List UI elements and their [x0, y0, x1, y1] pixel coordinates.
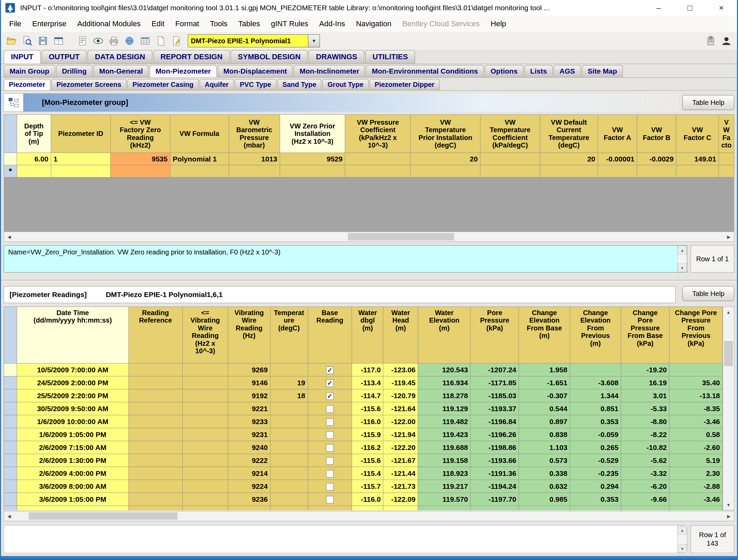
row-selector[interactable] [4, 467, 17, 480]
cell[interactable]: -3.608 [570, 376, 621, 389]
cell[interactable] [182, 454, 228, 467]
cell[interactable] [182, 441, 228, 454]
cell[interactable] [110, 165, 170, 177]
cell[interactable]: 1.958 [519, 363, 570, 376]
cell[interactable]: 30/5/2009 9:50:00 AM [17, 402, 128, 415]
scroll-up-icon[interactable]: ▲ [723, 307, 734, 317]
cell[interactable] [719, 153, 734, 165]
open-folder-icon[interactable] [4, 34, 19, 48]
cell[interactable]: 9535 [110, 153, 170, 165]
cell[interactable]: 0.838 [519, 428, 570, 441]
cell[interactable]: -120.79 [383, 389, 418, 402]
tab-piezometer-screens[interactable]: Piezometer Screens [51, 79, 126, 90]
cell[interactable] [345, 165, 411, 177]
cell[interactable]: -0.059 [570, 428, 621, 441]
cell[interactable] [182, 506, 228, 511]
cell[interactable]: -8.80 [621, 415, 670, 428]
cell[interactable]: 120.543 [418, 363, 471, 376]
scroll-thumb[interactable] [724, 341, 733, 366]
cell[interactable] [128, 363, 182, 376]
scroll-right-icon[interactable]: ▶ [724, 511, 734, 521]
cell[interactable]: 3.01 [621, 389, 670, 402]
menu-additional-modules[interactable]: Additional Modules [72, 19, 146, 28]
cell[interactable]: 0.353 [570, 415, 621, 428]
cell[interactable] [270, 415, 308, 428]
row-selector[interactable] [4, 480, 17, 493]
search-file-icon[interactable] [20, 34, 34, 48]
cell[interactable] [308, 454, 352, 467]
cell[interactable] [270, 363, 308, 376]
cell[interactable]: 0.58 [670, 428, 723, 441]
scroll-track[interactable] [14, 232, 724, 242]
cell[interactable] [128, 454, 182, 467]
column-header-water-head-m[interactable]: Water Head (m) [383, 307, 418, 363]
row-selector[interactable] [4, 506, 17, 511]
tab-mon-inclinometer[interactable]: Mon-Inclinometer [294, 65, 365, 77]
cell[interactable]: -0.307 [519, 389, 570, 402]
cell[interactable]: -119.45 [383, 376, 418, 389]
cell[interactable]: 9214 [228, 467, 270, 480]
window-grid-icon[interactable] [51, 34, 66, 48]
cell[interactable] [17, 506, 128, 511]
column-header-depth-of-tip-m[interactable]: Depth of Tip (m) [17, 115, 51, 153]
cell[interactable] [182, 402, 228, 415]
cell[interactable]: -122.20 [383, 441, 418, 454]
cell[interactable]: 0.985 [519, 493, 570, 506]
cell[interactable] [719, 165, 734, 177]
preview-eye-icon[interactable] [91, 34, 105, 48]
column-header-vw-temperature-prior-installation-degc[interactable]: VW Temperature Prior Installation (degC) [411, 115, 480, 153]
cell[interactable]: -121.64 [383, 402, 418, 415]
column-header-vw-temperature-coefficient-kpa-degc[interactable]: VW Temperature Coefficient (kPa/degC) [480, 115, 540, 153]
column-header-change-elevation-from-base-m[interactable]: Change Elevation From Base (m) [519, 307, 570, 363]
cell[interactable]: -1197.70 [471, 493, 519, 506]
column-header-vw-factor-c[interactable]: VW Factor C [676, 115, 719, 153]
base-reading-checkbox[interactable] [326, 379, 334, 387]
column-header-temperat-ure-degc[interactable]: Temperat ure (degC) [270, 307, 308, 363]
row-selector[interactable] [4, 415, 17, 428]
column-header-vw-factor-b[interactable]: VW Factor B [637, 115, 676, 153]
cell[interactable]: 119.158 [418, 454, 471, 467]
column-header-vw-zero-prior-installation-hz2-x-10-3[interactable]: VW Zero Prior Installation (Hz2 x 10^-3) [280, 115, 345, 153]
menu-tools[interactable]: Tools [204, 19, 233, 28]
base-reading-checkbox[interactable] [326, 483, 334, 491]
cell[interactable] [270, 454, 308, 467]
scroll-down-icon[interactable]: ▼ [678, 263, 687, 272]
cell[interactable] [270, 493, 308, 506]
scroll-left-icon[interactable]: ◀ [4, 511, 14, 521]
new-file-icon[interactable] [154, 34, 168, 48]
cell[interactable] [128, 441, 182, 454]
bottom-scrollbar[interactable]: ▲ ▼ [677, 526, 687, 553]
cell[interactable]: -115.9 [352, 428, 383, 441]
cell[interactable]: 0.265 [570, 441, 621, 454]
scroll-thumb[interactable] [348, 233, 454, 240]
cell[interactable]: 18 [270, 389, 308, 402]
cell[interactable] [308, 467, 352, 480]
column-header-vw-default-current-temperature-degc[interactable]: VW Default Current Temperature (degC) [540, 115, 598, 153]
cell[interactable]: 2/6/2009 4:00:00 PM [17, 467, 128, 480]
cell[interactable]: -10.82 [621, 441, 670, 454]
cell[interactable]: -115.6 [352, 402, 383, 415]
cell[interactable]: 9222 [228, 454, 270, 467]
column-header-vw-factory-zero-reading-khz2[interactable]: <= VW Factory Zero Reading (kHz2) [110, 115, 170, 153]
row-selector[interactable] [4, 376, 17, 389]
cell[interactable] [471, 506, 519, 511]
cell[interactable]: -13.18 [670, 389, 723, 402]
tab-site-map[interactable]: Site Map [582, 65, 623, 77]
cell[interactable]: 9236 [228, 493, 270, 506]
cell[interactable]: -8.22 [621, 428, 670, 441]
maximize-button[interactable]: □ [674, 0, 706, 16]
cell[interactable]: 35.40 [670, 376, 723, 389]
cell[interactable]: -121.44 [383, 467, 418, 480]
user-icon[interactable] [719, 34, 734, 48]
cell[interactable]: -117.0 [352, 363, 383, 376]
cell[interactable] [270, 467, 308, 480]
tab-mon-environmental-conditions[interactable]: Mon-Environmental Conditions [366, 65, 483, 77]
cell[interactable] [670, 506, 723, 511]
column-header-change-pore-pressure-from-previous-kpa[interactable]: Change Pore Pressure From Previous (kPa) [670, 307, 723, 363]
scroll-down-icon[interactable]: ▼ [723, 500, 734, 510]
cell[interactable] [182, 363, 228, 376]
cell[interactable]: 0.632 [519, 480, 570, 493]
cell[interactable]: 9240 [228, 441, 270, 454]
cell[interactable] [308, 493, 352, 506]
field-description-scrollbar[interactable]: ▲ ▼ [677, 246, 687, 272]
